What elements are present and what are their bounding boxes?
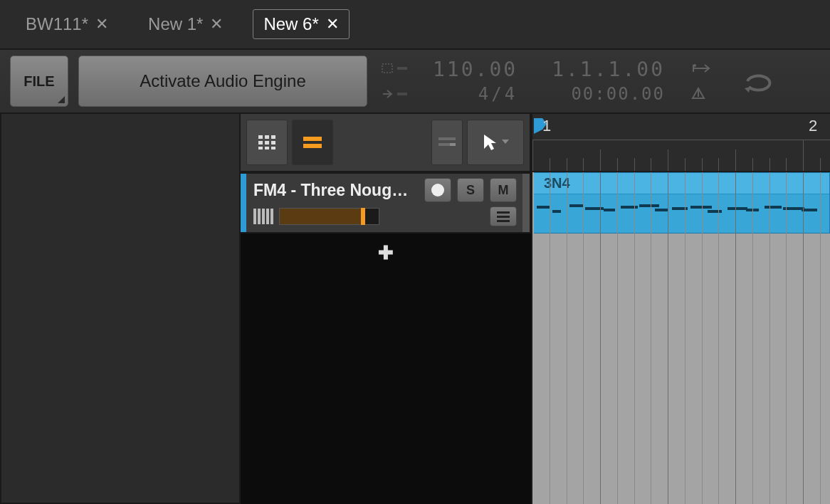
- mute-button[interactable]: M: [490, 178, 517, 202]
- svg-rect-16: [438, 137, 456, 140]
- close-icon[interactable]: ✕: [210, 15, 223, 33]
- track-header[interactable]: FM4 - Three Noug… S M: [241, 172, 531, 233]
- track-name[interactable]: FM4 - Three Noug…: [253, 181, 419, 200]
- automation-toggle[interactable]: [431, 120, 463, 165]
- clip-launcher-toggle[interactable]: [246, 120, 288, 165]
- tab-bw111[interactable]: BW111* ✕: [16, 10, 118, 38]
- close-icon[interactable]: ✕: [326, 15, 339, 33]
- activate-audio-engine-button[interactable]: Activate Audio Engine: [78, 56, 367, 107]
- loop-icon[interactable]: [740, 68, 779, 94]
- svg-rect-9: [265, 141, 269, 145]
- record-icon: [431, 184, 444, 196]
- svg-rect-14: [303, 137, 322, 141]
- tab-new1[interactable]: New 1* ✕: [138, 10, 233, 38]
- clip-notes: [532, 194, 829, 233]
- position-display[interactable]: 1.1.1.00 00:00.00: [552, 57, 665, 105]
- tab-label: BW111*: [26, 14, 88, 34]
- solo-button[interactable]: S: [457, 178, 484, 202]
- close-icon[interactable]: ✕: [95, 15, 108, 33]
- transport-extra-icons: [690, 63, 710, 100]
- tab-label: New 1*: [148, 14, 203, 34]
- meter-strip: [522, 174, 530, 232]
- bar-position: 1.1.1.00: [552, 57, 665, 83]
- track-menu-button[interactable]: [490, 206, 517, 226]
- track-panel: FM4 - Three Noug… S M: [241, 114, 532, 504]
- svg-rect-12: [265, 147, 269, 149]
- arrange-area[interactable]: 3N4: [532, 172, 830, 504]
- main-toolbar: FILE Activate Audio Engine 110.00 4/4 1.…: [0, 48, 830, 114]
- record-arm-button[interactable]: [424, 178, 451, 202]
- svg-rect-1: [397, 67, 407, 70]
- pointer-tool-icon: [482, 133, 498, 152]
- main-area: FM4 - Three Noug… S M: [0, 114, 830, 504]
- svg-rect-8: [258, 141, 263, 145]
- svg-rect-6: [265, 135, 269, 139]
- chevron-down-icon: [502, 140, 509, 145]
- svg-point-3: [693, 64, 696, 67]
- activate-label: Activate Audio Engine: [140, 71, 306, 91]
- tempo-value: 110.00: [433, 57, 518, 83]
- ruler[interactable]: 1 2: [532, 114, 830, 172]
- tool-selector[interactable]: [467, 120, 524, 165]
- cpu-icon: [382, 62, 410, 75]
- volume-slider[interactable]: [279, 208, 379, 225]
- track-panel-toolbar: [241, 114, 531, 172]
- tab-bar: BW111* ✕ New 1* ✕ New 6* ✕: [0, 0, 830, 48]
- tab-label: New 6*: [263, 14, 318, 34]
- metronome-icon[interactable]: [690, 87, 706, 100]
- svg-rect-0: [382, 64, 392, 73]
- ruler-label-2: 2: [809, 117, 817, 135]
- timeline: 1 2 3N4: [532, 114, 830, 504]
- svg-rect-10: [271, 141, 275, 145]
- ruler-label-1: 1: [542, 117, 551, 135]
- volume-fill: [280, 209, 361, 224]
- engine-status-icons: [382, 62, 410, 100]
- automation-icon: [438, 136, 456, 149]
- svg-rect-13: [271, 147, 275, 149]
- svg-rect-5: [258, 135, 263, 139]
- grid-icon: [258, 135, 275, 149]
- timecode: 00:00.00: [552, 83, 665, 105]
- inspector-panel: [0, 114, 241, 504]
- file-button-label: FILE: [23, 73, 54, 90]
- svg-rect-18: [450, 143, 456, 146]
- tempo-display[interactable]: 110.00 4/4: [433, 57, 518, 105]
- latency-icon: [382, 88, 410, 100]
- ruler-ticks: [532, 140, 830, 171]
- svg-rect-11: [258, 147, 263, 149]
- arranger: FM4 - Three Noug… S M: [241, 114, 830, 504]
- track-color-strip: [241, 174, 246, 232]
- mute-label: M: [498, 183, 509, 198]
- plus-icon: ✚: [378, 242, 394, 263]
- track-layout-toggle[interactable]: [292, 120, 333, 165]
- solo-label: S: [466, 183, 475, 198]
- svg-rect-2: [397, 93, 407, 95]
- svg-rect-15: [303, 144, 322, 148]
- punch-in-icon[interactable]: [690, 63, 710, 77]
- instrument-icon: [253, 209, 273, 224]
- time-signature: 4/4: [433, 83, 518, 105]
- rows-icon: [303, 137, 322, 148]
- add-track-button[interactable]: ✚: [241, 233, 531, 264]
- file-button[interactable]: FILE: [10, 56, 68, 107]
- svg-rect-7: [271, 135, 275, 139]
- tab-new6[interactable]: New 6* ✕: [253, 9, 349, 39]
- volume-handle[interactable]: [361, 208, 365, 225]
